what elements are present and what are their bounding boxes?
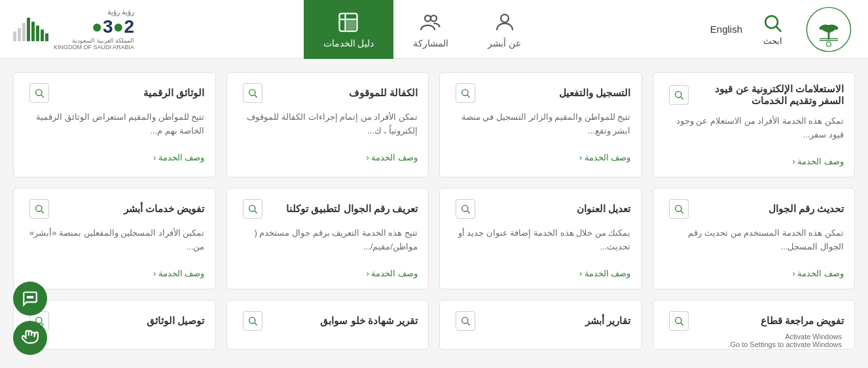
service-desc-0: تمكن هذه الخدمة الأفراد من الاستعلام عن … — [664, 115, 844, 149]
service-link-6[interactable]: وصف الخدمة ‹ — [238, 268, 418, 278]
nav-about-label: عن أبشر — [488, 38, 521, 48]
hand-button[interactable] — [13, 321, 47, 355]
service-title-2: الكفالة للموقوف — [262, 87, 418, 99]
chat-button[interactable] — [13, 282, 47, 316]
service-card-header-11: توصيل الوثائق — [24, 311, 205, 331]
svg-line-27 — [467, 211, 470, 213]
svg-line-21 — [255, 95, 257, 98]
service-search-icon-7 — [29, 199, 49, 219]
service-card-9[interactable]: تقارير أبشر — [439, 300, 642, 350]
service-card-header-0: الاستعلامات الإلكترونية عن قيود السفر وت… — [664, 83, 844, 107]
service-link-1[interactable]: وصف الخدمة ‹ — [450, 153, 631, 162]
search-nav[interactable]: ابحث — [762, 12, 783, 46]
nav-about[interactable]: عن أبشر — [468, 0, 541, 59]
service-card-header-3: الوثائق الرقمية — [24, 83, 205, 103]
service-search-icon-6 — [243, 199, 262, 219]
service-search-icon-2 — [243, 83, 262, 103]
vision-bars — [13, 18, 48, 41]
english-link[interactable]: English — [710, 24, 742, 35]
service-card-0[interactable]: الاستعلامات الإلكترونية عن قيود السفر وت… — [653, 72, 856, 177]
service-title-11: توصيل الوثائق — [49, 315, 205, 327]
about-icon — [493, 10, 516, 34]
service-card-7[interactable]: تفويض خدمات أبشر تمكين الأفراد المسجلين … — [13, 188, 216, 289]
service-link-7[interactable]: وصف الخدمة ‹ — [24, 268, 205, 278]
svg-point-18 — [462, 90, 468, 96]
services-row-1: الاستعلامات الإلكترونية عن قيود السفر وت… — [13, 72, 855, 177]
activate-windows-notice: Activate Windows Go to Settings to activ… — [728, 333, 842, 348]
svg-point-9 — [765, 16, 778, 28]
svg-line-31 — [41, 211, 44, 213]
service-desc-5: يمكنك من خلال هذه الخدمة إضافة عنوان جدي… — [450, 227, 631, 261]
svg-point-40 — [27, 297, 29, 298]
service-search-icon-10 — [243, 311, 262, 331]
svg-point-42 — [31, 297, 33, 298]
svg-point-36 — [249, 318, 255, 323]
service-card-5[interactable]: تعديل العنوان يمكنك من خلال هذه الخدمة إ… — [439, 188, 642, 289]
svg-point-8 — [827, 41, 831, 46]
svg-line-33 — [681, 323, 683, 325]
nav-participation[interactable]: المشاركة — [393, 0, 468, 59]
svg-line-29 — [255, 211, 257, 213]
service-title-0: الاستعلامات الإلكترونية عن قيود السفر وت… — [689, 83, 844, 107]
svg-line-17 — [681, 97, 683, 100]
guide-icon — [336, 10, 360, 34]
service-card-header-8: تفويض مراجعة قطاع — [664, 311, 844, 331]
participation-icon — [419, 10, 443, 34]
nav-participation-label: المشاركة — [413, 38, 448, 48]
header: 🌿 — [0, 0, 868, 59]
svg-rect-15 — [348, 21, 355, 29]
header-nav: عن أبشر المشاركة دليل الخدمات — [304, 0, 541, 58]
service-link-2[interactable]: وصف الخدمة ‹ — [238, 153, 418, 162]
service-card-header-7: تفويض خدمات أبشر — [24, 199, 205, 219]
svg-point-11 — [501, 14, 509, 22]
service-link-4[interactable]: وصف الخدمة ‹ — [664, 268, 844, 278]
service-card-header-5: تعديل العنوان — [450, 199, 631, 219]
service-desc-7: تمكين الأفراد المسجلين والمفعلين بمنصة «… — [24, 227, 205, 261]
service-search-icon-4 — [669, 199, 689, 219]
hand-icon — [22, 329, 39, 346]
svg-point-32 — [675, 318, 681, 323]
svg-line-25 — [681, 211, 683, 213]
svg-point-26 — [462, 206, 468, 212]
svg-line-23 — [41, 95, 44, 98]
search-icon — [762, 12, 783, 33]
service-title-3: الوثائق الرقمية — [49, 87, 205, 99]
service-card-4[interactable]: تحديث رقم الجوال تمكن هذه الخدمة المستخد… — [653, 188, 856, 289]
svg-point-22 — [36, 90, 42, 96]
service-title-5: تعديل العنوان — [475, 203, 631, 215]
svg-point-12 — [425, 15, 431, 21]
svg-line-35 — [467, 323, 470, 325]
svg-line-37 — [255, 323, 257, 325]
svg-point-30 — [36, 206, 42, 212]
service-title-9: تقارير أبشر — [475, 315, 631, 327]
svg-point-28 — [249, 206, 255, 212]
chat-icon — [22, 290, 39, 307]
svg-point-20 — [249, 90, 255, 96]
main-content: الاستعلامات الإلكترونية عن قيود السفر وت… — [0, 59, 868, 363]
service-title-6: تعريف رقم الجوال لتطبيق توكلنا — [262, 203, 418, 215]
service-title-10: تقرير شهادة خلو سوابق — [262, 315, 418, 327]
service-card-header-2: الكفالة للموقوف — [238, 83, 418, 103]
service-title-7: تفويض خدمات أبشر — [49, 203, 205, 215]
svg-point-24 — [675, 206, 681, 212]
service-card-6[interactable]: تعريف رقم الجوال لتطبيق توكلنا تتيح هذه … — [226, 188, 429, 289]
svg-line-10 — [776, 27, 781, 31]
vision-logo-container: رؤية رؤية 2●3● المملكة العربية السعوديةK… — [13, 8, 134, 50]
service-card-2[interactable]: الكفالة للموقوف تمكن الأفراد من إتمام إج… — [226, 72, 429, 177]
service-card-3[interactable]: الوثائق الرقمية تتيح للمواطن والمقيم است… — [13, 72, 216, 177]
service-search-icon-5 — [456, 199, 475, 219]
nav-guide[interactable]: دليل الخدمات — [304, 0, 394, 59]
service-link-3[interactable]: وصف الخدمة ‹ — [24, 153, 205, 162]
service-card-1[interactable]: التسجيل والتفعيل تتيح للمواطن والمقيم وا… — [439, 72, 642, 177]
kingdom-text: المملكة العربية السعوديةKINGDOM OF SAUDI… — [54, 37, 134, 50]
service-card-header-9: تقارير أبشر — [450, 311, 631, 331]
vision-label: رؤية رؤية — [54, 8, 134, 16]
svg-point-13 — [431, 15, 437, 21]
service-desc-1: تتيح للمواطن والمقيم والزائر التسجيل في … — [450, 111, 631, 145]
service-link-0[interactable]: وصف الخدمة ‹ — [664, 156, 844, 166]
service-link-5[interactable]: وصف الخدمة ‹ — [450, 268, 631, 278]
service-card-10[interactable]: تقرير شهادة خلو سوابق — [226, 300, 429, 350]
service-card-header-4: تحديث رقم الجوال — [664, 199, 844, 219]
service-desc-3: تتيح للمواطن والمقيم استعراض الوثائق الر… — [24, 111, 205, 145]
service-search-icon-9 — [456, 311, 475, 331]
